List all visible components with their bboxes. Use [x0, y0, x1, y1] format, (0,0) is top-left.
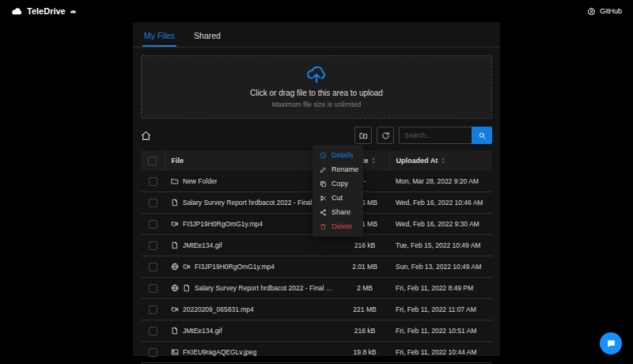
sort-down-icon: ▼: [441, 161, 445, 165]
new-folder-button[interactable]: [354, 127, 372, 144]
user-menu[interactable]: GitHub: [587, 7, 622, 16]
file-name[interactable]: New Folder: [183, 177, 217, 185]
file-name[interactable]: Salary Survey Report hrdbacot 2022 - Fin…: [183, 199, 334, 207]
file-name[interactable]: FI3JP19H0RgOmG1y.mp4: [195, 263, 275, 271]
row-checkbox[interactable]: [149, 348, 157, 357]
tab-shared[interactable]: Shared: [192, 26, 222, 47]
row-checkbox[interactable]: [149, 284, 157, 293]
menu-item-label: Rename: [332, 165, 358, 173]
file-name[interactable]: 20220209_065831.mp4: [183, 305, 254, 313]
file-size: 216 kB: [340, 320, 389, 342]
table-row[interactable]: 20220209_065831.mp4 221 MB Fri, Feb 11, …: [141, 299, 492, 320]
context-menu-cut[interactable]: Cut: [313, 191, 363, 205]
home-button[interactable]: [141, 131, 151, 141]
toolbar-actions: [354, 127, 492, 144]
file-icon: [171, 241, 179, 249]
file-uploaded-at: Mon, Mar 28, 2022 9:20 AM: [389, 171, 492, 192]
context-menu-delete[interactable]: Delete: [313, 219, 363, 233]
user-icon: [587, 7, 596, 16]
table-row[interactable]: FI3JP19H0RgOmG1y.mp4 2.01 MB Sun, Feb 13…: [141, 256, 492, 278]
sort-down-icon: ▼: [371, 161, 375, 165]
context-menu-details[interactable]: Details: [313, 148, 363, 162]
copy-icon: [320, 180, 327, 188]
search-icon: [478, 131, 487, 140]
table-row[interactable]: JMtEe134.gif 216 kB Tue, Feb 15, 2022 10…: [141, 235, 492, 256]
file-name[interactable]: JMtEe134.gif: [183, 241, 222, 249]
file-size: 221 MB: [340, 299, 389, 320]
menu-item-label: Copy: [332, 180, 348, 188]
row-checkbox[interactable]: [149, 177, 157, 186]
folder-icon: [171, 177, 179, 185]
file-size: 19.8 kB: [340, 342, 389, 363]
globe-icon: [171, 284, 179, 292]
column-uploaded-at: Uploaded At: [396, 157, 438, 165]
menu-item-label: Cut: [332, 194, 343, 202]
table-row[interactable]: Salary Survey Report hrdbacot 2022 - Fin…: [141, 278, 492, 299]
file-uploaded-at: Wed, Feb 16, 2022 10:46 AM: [389, 192, 492, 214]
sort-size[interactable]: ▲▼: [371, 157, 375, 165]
cloud-logo-icon: [11, 6, 23, 17]
video-icon: [171, 305, 179, 313]
top-header: TeleDrive GitHub: [0, 0, 633, 22]
context-menu-share[interactable]: Share: [313, 205, 363, 219]
file-uploaded-at: Sun, Feb 13, 2022 10:49 AM: [389, 256, 492, 278]
chat-icon: [606, 339, 616, 349]
table-row[interactable]: JMtEe134.gif 216 kB Fri, Feb 11, 2022 10…: [141, 320, 492, 342]
file-uploaded-at: Tue, Feb 15, 2022 10:49 AM: [389, 235, 492, 256]
brand[interactable]: TeleDrive: [11, 6, 77, 17]
row-checkbox[interactable]: [149, 263, 157, 271]
upload-title: Click or drag file to this area to uploa…: [148, 89, 485, 97]
brand-name: TeleDrive: [27, 6, 66, 16]
edit-icon: [320, 166, 327, 173]
file-name[interactable]: JMtEe134.gif: [183, 327, 222, 335]
search-input[interactable]: [399, 127, 472, 144]
menu-item-label: Share: [332, 208, 351, 216]
file-name[interactable]: Salary Survey Report hrdbacot 2022 - Fin…: [195, 284, 334, 292]
file-uploaded-at: Fri, Feb 11, 2022 10:44 AM: [389, 342, 492, 363]
sort-uploaded[interactable]: ▲▼: [441, 157, 445, 165]
row-checkbox[interactable]: [149, 199, 157, 207]
file-name[interactable]: FI3JP19H0RgOmG1y.mp4: [183, 220, 263, 228]
upload-dropzone[interactable]: Click or drag file to this area to uploa…: [141, 55, 492, 119]
file-size: 216 kB: [340, 235, 389, 256]
home-icon: [141, 131, 151, 141]
video-icon: [171, 220, 179, 228]
file-name[interactable]: FKIEU9ragAQEGLv.jpeg: [183, 348, 256, 356]
cloud-upload-icon: [306, 64, 327, 85]
menu-item-label: Details: [332, 151, 354, 159]
file-uploaded-at: Fri, Feb 11, 2022 8:49 PM: [389, 278, 492, 299]
trash-icon: [320, 223, 327, 230]
file-uploaded-at: Wed, Feb 16, 2022 9:30 AM: [389, 214, 492, 235]
file-uploaded-at: Fri, Feb 11, 2022 10:51 AM: [389, 320, 492, 342]
context-menu: Details Rename Copy Cut Share Delete: [313, 145, 363, 237]
image-icon: [171, 348, 179, 356]
info-icon: [320, 152, 327, 159]
search-button[interactable]: [472, 127, 492, 144]
video-icon: [183, 263, 191, 271]
folder-add-icon: [359, 131, 368, 140]
row-checkbox[interactable]: [149, 327, 157, 336]
table-row[interactable]: FKIEU9ragAQEGLv.jpeg 19.8 kB Fri, Feb 11…: [141, 342, 492, 363]
file-icon: [171, 327, 179, 335]
row-checkbox[interactable]: [149, 220, 157, 229]
search-group: [399, 127, 492, 144]
share-icon: [320, 209, 327, 216]
context-menu-rename[interactable]: Rename: [313, 162, 363, 176]
chat-fab-button[interactable]: [600, 332, 622, 355]
file-icon: [171, 199, 179, 207]
tabs-bar: My Files Shared: [133, 26, 500, 47]
row-checkbox[interactable]: [149, 305, 157, 314]
refresh-button[interactable]: [377, 127, 394, 144]
tab-my-files[interactable]: My Files: [142, 26, 176, 47]
upload-hint: Maximum file size is unlimited: [148, 100, 485, 108]
menu-item-label: Delete: [332, 222, 352, 230]
row-checkbox[interactable]: [149, 241, 157, 250]
sync-icon: [381, 131, 390, 140]
select-all-checkbox[interactable]: [148, 157, 157, 165]
file-icon: [183, 284, 191, 292]
scissors-icon: [320, 195, 327, 202]
crown-icon: [70, 8, 77, 15]
context-menu-copy[interactable]: Copy: [313, 176, 363, 191]
globe-icon: [171, 263, 179, 271]
user-name: GitHub: [600, 7, 622, 15]
